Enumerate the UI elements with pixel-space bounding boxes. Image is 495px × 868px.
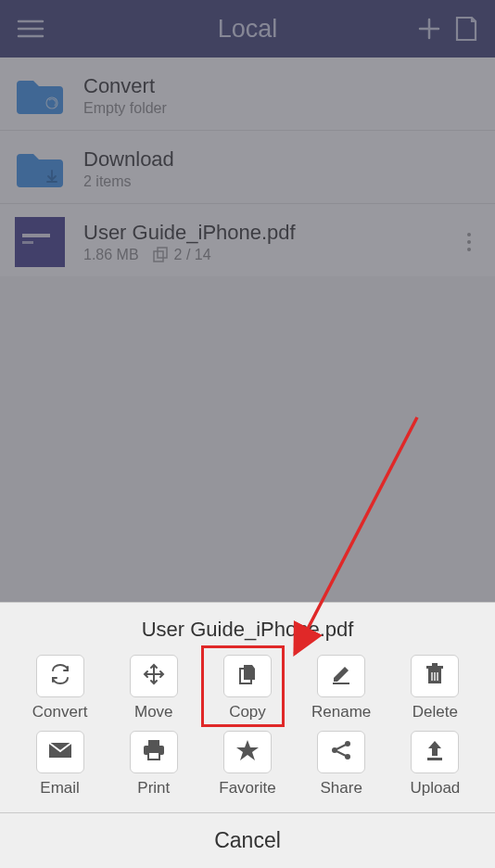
action-label: Copy <box>229 703 266 721</box>
file-list: Convert Empty folder Download 2 items Us… <box>0 57 495 276</box>
convert-icon <box>48 664 72 688</box>
action-label: Delete <box>412 703 458 721</box>
move-icon <box>143 663 165 689</box>
file-name: Download <box>83 147 480 172</box>
svg-point-15 <box>467 248 471 251</box>
upload-icon <box>425 739 445 765</box>
file-size: 1.86 MB <box>83 247 139 263</box>
cancel-button[interactable]: Cancel <box>0 812 495 868</box>
svg-rect-10 <box>22 241 33 244</box>
action-label: Convert <box>32 703 88 721</box>
svg-point-13 <box>467 233 471 236</box>
email-icon <box>48 742 72 762</box>
file-name: User Guide_iPhone.pdf <box>83 221 439 245</box>
action-upload[interactable]: Upload <box>390 731 480 798</box>
svg-rect-27 <box>148 752 159 760</box>
more-options-icon[interactable] <box>458 232 480 252</box>
folder-icon <box>15 144 65 194</box>
action-label: Rename <box>311 703 371 721</box>
list-item[interactable]: Download 2 items <box>0 131 495 204</box>
app-header: Local <box>0 0 495 57</box>
action-delete[interactable]: Delete <box>390 655 480 721</box>
svg-rect-33 <box>427 758 442 760</box>
action-move[interactable]: Move <box>108 655 198 721</box>
action-favorite[interactable]: Favorite <box>202 731 292 798</box>
sheet-title: User Guide_iPhone.pdf <box>0 603 495 651</box>
svg-rect-9 <box>22 234 50 237</box>
action-rename[interactable]: Rename <box>297 655 387 721</box>
action-grid: Convert Move Copy Rename Delete <box>0 651 495 812</box>
svg-point-14 <box>467 240 471 244</box>
action-label: Upload <box>410 779 460 798</box>
action-print[interactable]: Print <box>108 731 198 798</box>
pages-icon <box>152 247 169 263</box>
action-label: Email <box>40 779 80 798</box>
print-icon <box>142 739 166 765</box>
folder-icon <box>15 70 65 121</box>
action-email[interactable]: Email <box>15 731 105 798</box>
action-label: Share <box>321 779 362 798</box>
plus-icon[interactable] <box>417 17 441 41</box>
new-doc-icon[interactable] <box>454 15 478 43</box>
svg-rect-20 <box>432 663 438 666</box>
list-item[interactable]: Convert Empty folder <box>0 57 495 131</box>
list-item[interactable]: User Guide_iPhone.pdf 1.86 MB 2 / 14 <box>0 204 495 276</box>
rename-icon <box>330 663 352 689</box>
file-meta: Empty folder <box>83 100 167 117</box>
page-indicator: 2 / 14 <box>152 247 211 263</box>
svg-rect-11 <box>154 251 163 262</box>
svg-line-31 <box>336 745 346 749</box>
action-sheet: User Guide_iPhone.pdf Convert Move Copy … <box>0 602 495 868</box>
delete-icon <box>425 663 444 689</box>
action-label: Move <box>134 703 173 721</box>
favorite-icon <box>235 739 260 765</box>
action-label: Print <box>137 779 170 798</box>
menu-icon[interactable] <box>17 19 44 39</box>
pdf-thumbnail-icon <box>15 217 65 267</box>
page-title: Local <box>109 15 386 44</box>
svg-line-32 <box>336 751 346 756</box>
copy-icon <box>237 663 258 689</box>
share-icon <box>330 739 352 765</box>
svg-rect-12 <box>158 248 167 258</box>
action-copy[interactable]: Copy <box>202 655 292 721</box>
file-meta: 2 items <box>83 173 132 190</box>
action-convert[interactable]: Convert <box>15 655 105 721</box>
svg-rect-19 <box>426 666 443 669</box>
svg-rect-25 <box>148 740 159 746</box>
action-label: Favorite <box>219 779 275 798</box>
action-share[interactable]: Share <box>297 731 387 798</box>
file-name: Convert <box>83 74 480 98</box>
